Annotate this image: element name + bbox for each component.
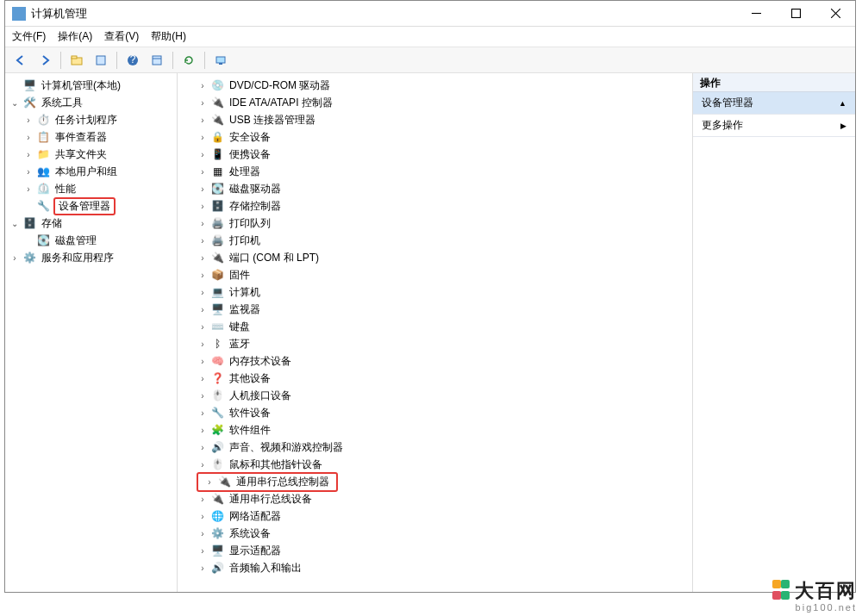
expand-icon[interactable]: ⌄ — [9, 96, 21, 109]
device-category[interactable]: ›🌐网络适配器 — [179, 507, 690, 525]
help-button[interactable]: ? — [122, 50, 143, 71]
device-category[interactable]: ›🔌USB 连接器管理器 — [179, 111, 690, 128]
monitor-icon-button[interactable] — [210, 50, 231, 71]
collapse-icon[interactable]: › — [197, 252, 209, 264]
forward-button[interactable] — [34, 50, 55, 71]
collapse-icon[interactable]: › — [197, 183, 209, 195]
device-category[interactable]: ›🖥️监视器 — [179, 301, 690, 318]
device-category[interactable]: ›🔧软件设备 — [179, 404, 690, 421]
collapse-icon[interactable]: › — [197, 441, 209, 453]
collapse-icon[interactable]: › — [197, 286, 209, 298]
device-category[interactable]: ›🔌IDE ATA/ATAPI 控制器 — [179, 94, 690, 111]
tree-item[interactable]: ›⏱️任务计划程序 — [7, 111, 175, 128]
tree-item[interactable]: 🔧设备管理器 — [7, 197, 175, 215]
collapse-icon[interactable]: › — [197, 407, 209, 419]
collapse-icon[interactable]: › — [197, 79, 209, 91]
collapse-icon[interactable]: › — [197, 493, 209, 505]
collapse-icon[interactable]: › — [9, 252, 21, 264]
up-button[interactable] — [66, 50, 87, 71]
device-category[interactable]: ›🖥️显示适配器 — [179, 542, 690, 559]
device-category[interactable]: ›⚙️系统设备 — [179, 525, 690, 542]
device-category[interactable]: ›🔌端口 (COM 和 LPT) — [179, 249, 690, 266]
device-category[interactable]: ›🧩软件组件 — [179, 421, 690, 439]
maximize-button[interactable] — [776, 1, 815, 27]
collapse-icon[interactable]: › — [203, 476, 216, 488]
device-tree-panel[interactable]: ›💿DVD/CD-ROM 驱动器›🔌IDE ATA/ATAPI 控制器›🔌USB… — [178, 73, 693, 592]
collapse-icon[interactable]: › — [22, 183, 34, 195]
collapse-icon[interactable]: › — [197, 320, 209, 333]
collapse-icon[interactable]: › — [197, 234, 209, 246]
collapse-icon[interactable]: › — [197, 148, 209, 160]
collapse-triangle-icon: ▲ — [839, 99, 846, 108]
collapse-icon[interactable]: › — [197, 458, 209, 470]
collapse-icon[interactable]: › — [197, 131, 209, 143]
collapse-icon[interactable]: › — [197, 355, 209, 367]
collapse-icon[interactable]: › — [197, 562, 209, 574]
menu-action[interactable]: 操作(A) — [58, 29, 92, 44]
collapse-icon[interactable]: › — [197, 303, 209, 315]
tree-item[interactable]: ›⏲️性能 — [7, 180, 175, 197]
device-category[interactable]: ›🔊音频输入和输出 — [179, 559, 690, 576]
device-category[interactable]: ›📦固件 — [179, 266, 690, 283]
back-button[interactable] — [10, 50, 31, 71]
collapse-icon[interactable]: › — [197, 372, 209, 384]
tree-item[interactable]: 💽磁盘管理 — [7, 232, 175, 249]
menu-help[interactable]: 帮助(H) — [151, 29, 186, 44]
tree-system-tools[interactable]: ⌄ 🛠️ 系统工具 — [7, 94, 175, 111]
tree-storage[interactable]: ⌄ 🗄️ 存储 — [7, 215, 175, 232]
device-category[interactable]: ›🧠内存技术设备 — [179, 352, 690, 370]
actions-selected[interactable]: 设备管理器 ▲ — [693, 92, 855, 115]
close-button[interactable] — [815, 1, 855, 27]
device-category[interactable]: ›🔌通用串行总线设备 — [179, 490, 690, 507]
collapse-icon[interactable]: › — [22, 131, 34, 143]
device-category[interactable]: ›💻计算机 — [179, 283, 690, 301]
collapse-icon[interactable]: › — [197, 527, 209, 539]
device-category[interactable]: ›🗄️存储控制器 — [179, 197, 690, 215]
left-tree-panel[interactable]: 🖥️ 计算机管理(本地) ⌄ 🛠️ 系统工具 ›⏱️任务计划程序›📋事件查看器›… — [5, 73, 178, 592]
collapse-icon[interactable]: › — [197, 269, 209, 281]
collapse-icon[interactable]: › — [197, 165, 209, 177]
properties-button[interactable] — [91, 50, 111, 71]
collapse-icon[interactable]: › — [197, 200, 209, 212]
device-category[interactable]: ›▦处理器 — [179, 163, 690, 180]
collapse-icon[interactable]: › — [22, 165, 34, 177]
tree-item[interactable]: ›📋事件查看器 — [7, 128, 175, 146]
collapse-icon[interactable]: › — [22, 114, 34, 126]
expand-icon[interactable]: ⌄ — [9, 217, 21, 229]
menu-file[interactable]: 文件(F) — [12, 29, 46, 44]
menu-view[interactable]: 查看(V) — [104, 29, 139, 44]
refresh-button[interactable] — [178, 50, 199, 71]
device-category[interactable]: ›🖨️打印队列 — [179, 215, 690, 232]
tree-node-icon: ⏱️ — [36, 113, 50, 127]
device-category[interactable]: ›🖨️打印机 — [179, 232, 690, 249]
device-category[interactable]: ›📱便携设备 — [179, 146, 690, 163]
device-category[interactable]: ›🖱️鼠标和其他指针设备 — [179, 456, 690, 473]
show-hide-button[interactable] — [147, 50, 167, 71]
device-icon: 🔌 — [210, 113, 224, 127]
device-category[interactable]: ›💽磁盘驱动器 — [179, 180, 690, 197]
collapse-icon[interactable]: › — [197, 96, 209, 109]
device-category[interactable]: ›🔌通用串行总线控制器 — [179, 473, 690, 490]
tree-services[interactable]: › ⚙️ 服务和应用程序 — [7, 249, 175, 266]
collapse-icon[interactable]: › — [197, 114, 209, 126]
tree-root[interactable]: 🖥️ 计算机管理(本地) — [7, 77, 175, 94]
tree-item[interactable]: ›📁共享文件夹 — [7, 146, 175, 163]
collapse-icon[interactable]: › — [197, 217, 209, 229]
collapse-icon[interactable]: › — [197, 544, 209, 557]
device-category[interactable]: ›❓其他设备 — [179, 370, 690, 387]
actions-more[interactable]: 更多操作 ▶ — [693, 115, 855, 137]
svg-rect-11 — [216, 57, 225, 63]
collapse-icon[interactable]: › — [197, 510, 209, 522]
device-category[interactable]: ›🔊声音、视频和游戏控制器 — [179, 439, 690, 456]
device-category[interactable]: ›🖱️人机接口设备 — [179, 387, 690, 404]
collapse-icon[interactable]: › — [197, 424, 209, 436]
device-category[interactable]: ›⌨️键盘 — [179, 318, 690, 335]
tree-item[interactable]: ›👥本地用户和组 — [7, 163, 175, 180]
device-category[interactable]: ›💿DVD/CD-ROM 驱动器 — [179, 77, 690, 94]
collapse-icon[interactable]: › — [197, 389, 209, 401]
minimize-button[interactable] — [736, 1, 776, 27]
device-category[interactable]: ›🔒安全设备 — [179, 128, 690, 146]
device-category[interactable]: ›ᛒ蓝牙 — [179, 335, 690, 352]
collapse-icon[interactable]: › — [22, 148, 34, 160]
collapse-icon[interactable]: › — [197, 338, 209, 350]
